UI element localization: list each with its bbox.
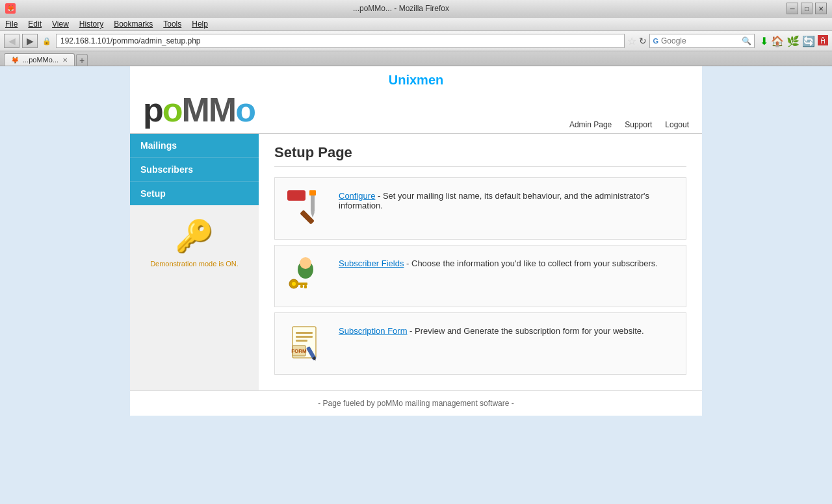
forward-button[interactable]: ▶ bbox=[22, 34, 38, 48]
top-nav: Admin Page Support Logout bbox=[569, 116, 689, 133]
setup-item-subscriber-fields: Subscriber Fields - Choose the informati… bbox=[274, 245, 686, 307]
address-icon: 🔒 bbox=[40, 37, 53, 45]
sidebar: Mailings Subscribers Setup 🔑 Demonstrati… bbox=[130, 134, 259, 390]
configure-link[interactable]: Configure bbox=[339, 191, 375, 201]
svg-rect-10 bbox=[304, 285, 307, 288]
logo-m1: M bbox=[182, 91, 209, 129]
title-bar: 🦊 ...poMMo... - Mozilla Firefox ─ □ ✕ bbox=[0, 0, 832, 18]
content-area: Setup Page bbox=[259, 134, 702, 390]
page-container: Unixmen poMMo Admin Page Support Logout … bbox=[130, 66, 702, 416]
footer: - Page fueled by poMMo mailing managemen… bbox=[130, 390, 702, 416]
tab-favicon: 🦊 bbox=[11, 57, 19, 64]
tab-label: ...poMMo... bbox=[23, 56, 58, 64]
logo: poMMo bbox=[143, 93, 255, 127]
subscriber-fields-icon bbox=[283, 253, 328, 299]
svg-rect-15 bbox=[296, 340, 307, 342]
close-button[interactable]: ✕ bbox=[815, 3, 827, 14]
extra-toolbar-icons: ⬇ 🏠 🌿 🔄 🅰 bbox=[760, 35, 828, 47]
svg-rect-11 bbox=[300, 285, 303, 288]
subscription-form-link[interactable]: Subscription Form bbox=[339, 326, 407, 336]
active-tab[interactable]: 🦊 ...poMMo... ✕ bbox=[4, 53, 75, 66]
configure-text: Configure - Set your mailing list name, … bbox=[339, 186, 678, 210]
search-icon[interactable]: 🔍 bbox=[742, 36, 751, 45]
search-input[interactable] bbox=[661, 36, 739, 45]
sidebar-item-mailings[interactable]: Mailings bbox=[130, 134, 259, 158]
address-bar[interactable]: 192.168.1.101/pommo/admin_setup.php bbox=[56, 34, 625, 48]
menu-history[interactable]: History bbox=[79, 19, 103, 29]
demo-mode-text: Demonstration mode is ON. bbox=[143, 260, 246, 268]
menu-file[interactable]: File bbox=[5, 19, 18, 29]
bookmark-star-icon[interactable]: ☆ bbox=[627, 35, 636, 47]
menu-bookmarks[interactable]: Bookmarks bbox=[114, 19, 153, 29]
logo-o: o bbox=[162, 91, 182, 129]
setup-item-configure: Configure - Set your mailing list name, … bbox=[274, 177, 686, 240]
key-icon: 🔑 bbox=[143, 218, 246, 255]
window-title: ...poMMo... - Mozilla Firefox bbox=[16, 4, 786, 13]
svg-point-6 bbox=[300, 257, 311, 269]
menu-help[interactable]: Help bbox=[192, 19, 208, 29]
tab-bar: 🦊 ...poMMo... ✕ + bbox=[0, 51, 832, 66]
logo-o2: o bbox=[235, 91, 255, 129]
subscription-form-desc: - Preview and Generate the subscription … bbox=[407, 326, 644, 336]
svg-marker-4 bbox=[311, 212, 315, 218]
svg-rect-13 bbox=[296, 332, 313, 334]
configure-desc: - Set your mailing list name, its defaul… bbox=[339, 191, 649, 210]
minimize-button[interactable]: ─ bbox=[786, 3, 798, 14]
page-wrapper: Unixmen poMMo Admin Page Support Logout … bbox=[0, 66, 832, 416]
home-icon[interactable]: 🏠 bbox=[771, 35, 784, 47]
sidebar-item-subscribers[interactable]: Subscribers bbox=[130, 158, 259, 182]
main-layout: Mailings Subscribers Setup 🔑 Demonstrati… bbox=[130, 134, 702, 390]
menu-view[interactable]: View bbox=[52, 19, 69, 29]
logo-p: p bbox=[143, 91, 162, 129]
logo-m2: M bbox=[209, 91, 235, 129]
svg-point-8 bbox=[292, 282, 296, 286]
page-title: Setup Page bbox=[274, 144, 686, 167]
download-icon[interactable]: ⬇ bbox=[760, 35, 768, 47]
tab-close-icon[interactable]: ✕ bbox=[62, 57, 68, 64]
new-tab-button[interactable]: + bbox=[76, 54, 88, 66]
subscriber-fields-desc: - Choose the information you'd like to c… bbox=[404, 258, 657, 268]
svg-rect-1 bbox=[287, 190, 306, 201]
google-logo: G bbox=[653, 37, 658, 45]
logo-container: poMMo bbox=[143, 93, 255, 127]
subscriber-fields-text: Subscriber Fields - Choose the informati… bbox=[339, 253, 678, 268]
subscription-form-icon: FORM bbox=[283, 321, 328, 366]
extension-icon[interactable]: 🅰 bbox=[818, 35, 828, 47]
window-controls[interactable]: ─ □ ✕ bbox=[786, 3, 827, 14]
sync-icon[interactable]: 🔄 bbox=[802, 35, 815, 47]
setup-item-subscription-form: FORM Subscription Form - Preview and Gen… bbox=[274, 312, 686, 375]
subscription-form-text: Subscription Form - Preview and Generate… bbox=[339, 321, 678, 336]
sidebar-item-setup[interactable]: Setup bbox=[130, 182, 259, 205]
svg-rect-14 bbox=[296, 336, 313, 338]
logout-link[interactable]: Logout bbox=[665, 120, 689, 129]
site-title: Unixmen bbox=[143, 73, 689, 88]
svg-rect-9 bbox=[297, 283, 307, 285]
leaf-icon[interactable]: 🌿 bbox=[786, 35, 800, 47]
configure-icon bbox=[283, 186, 328, 231]
menu-edit[interactable]: Edit bbox=[28, 19, 42, 29]
refresh-button[interactable]: ↻ bbox=[639, 36, 647, 46]
menu-tools[interactable]: Tools bbox=[163, 19, 181, 29]
footer-text: - Page fueled by poMMo mailing managemen… bbox=[318, 399, 514, 408]
page-header: Unixmen poMMo Admin Page Support Logout bbox=[130, 66, 702, 134]
browser-toolbar: ◀ ▶ 🔒 192.168.1.101/pommo/admin_setup.ph… bbox=[0, 31, 832, 51]
admin-page-link[interactable]: Admin Page bbox=[569, 120, 612, 129]
address-bar-container: 🔒 192.168.1.101/pommo/admin_setup.php ☆ … bbox=[40, 34, 647, 48]
svg-rect-3 bbox=[309, 190, 316, 195]
svg-text:FORM: FORM bbox=[291, 348, 307, 354]
menu-bar: File Edit View History Bookmarks Tools H… bbox=[0, 18, 832, 31]
subscriber-fields-link[interactable]: Subscriber Fields bbox=[339, 258, 404, 268]
search-bar[interactable]: G 🔍 bbox=[649, 34, 755, 48]
support-link[interactable]: Support bbox=[625, 120, 652, 129]
back-button[interactable]: ◀ bbox=[4, 34, 20, 48]
sidebar-decoration: 🔑 Demonstration mode is ON. bbox=[130, 205, 259, 281]
maximize-button[interactable]: □ bbox=[801, 3, 812, 14]
